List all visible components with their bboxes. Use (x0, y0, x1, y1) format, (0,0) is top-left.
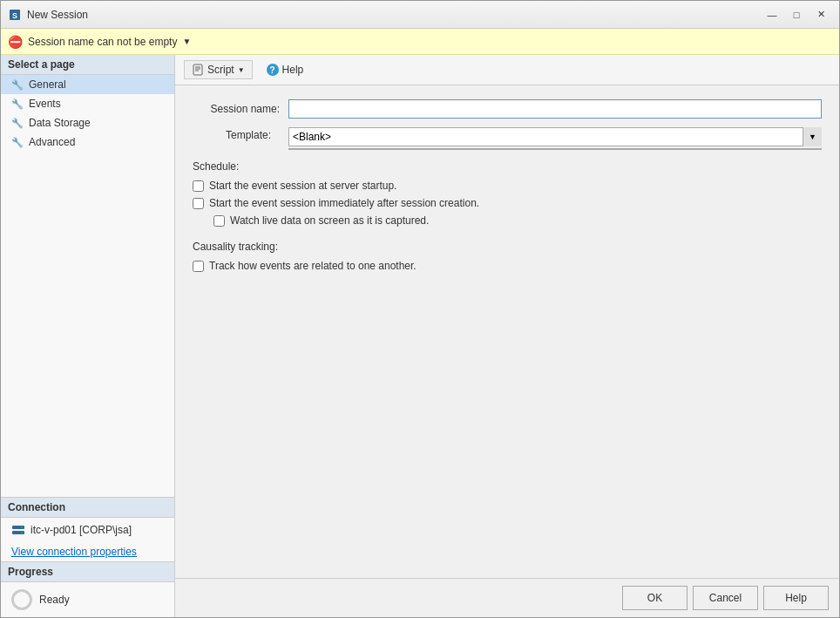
error-bar: ⛔ Session name can not be empty ▼ (1, 29, 839, 55)
window-controls: — □ ✕ (761, 6, 832, 24)
nav-arrow-general: 🔧 (11, 79, 24, 91)
checkbox-causality-row: Track how events are related to one anot… (193, 260, 822, 272)
svg-rect-6 (193, 65, 202, 75)
close-button[interactable]: ✕ (810, 6, 832, 24)
ok-button[interactable]: OK (622, 586, 688, 610)
connection-server-item: itc-v-pd01 [CORP\jsa] (1, 518, 174, 542)
startup-checkbox-label: Start the event session at server startu… (209, 180, 396, 192)
maximize-button[interactable]: □ (785, 6, 808, 24)
select-page-section: Select a page (1, 55, 174, 75)
checkbox-startup-row: Start the event session at server startu… (193, 180, 822, 192)
help-toolbar-label: Help (282, 64, 304, 76)
view-connection-properties-link[interactable]: View connection properties (1, 542, 174, 561)
progress-header: Progress (1, 561, 174, 582)
progress-status: Ready (39, 594, 70, 606)
connection-server-name: itc-v-pd01 [CORP\jsa] (30, 524, 132, 536)
minimize-button[interactable]: — (761, 6, 783, 24)
immediate-checkbox-label: Start the event session immediately afte… (209, 197, 479, 209)
form-area: Session name: Template: <Blank> ▼ (175, 85, 839, 578)
sidebar-label-general: General (29, 78, 66, 91)
template-label-area: Template: (193, 127, 288, 141)
nav-arrow-advanced: 🔧 (11, 137, 24, 148)
help-toolbar-button[interactable]: ? Help (260, 61, 311, 78)
svg-point-4 (21, 526, 23, 528)
toolbar: Script ▼ ? Help (175, 55, 839, 85)
checkbox-immediate-row: Start the event session immediately afte… (193, 197, 822, 209)
session-name-label: Session name: (193, 103, 288, 115)
nav-arrow-events: 🔧 (11, 98, 24, 110)
cancel-button[interactable]: Cancel (693, 586, 758, 610)
main-window: S New Session — □ ✕ ⛔ Session name can n… (0, 0, 840, 618)
template-content-area: ▲ ▼ (288, 148, 822, 150)
help-button[interactable]: Help (763, 586, 829, 610)
checkbox-watch-row: Watch live data on screen as it is captu… (213, 214, 822, 227)
title-bar: S New Session — □ ✕ (1, 1, 839, 29)
connection-section: Connection itc-v-pd01 [CORP\jsa] View co… (1, 497, 174, 617)
template-scroll-up-button[interactable]: ▲ (808, 149, 822, 150)
template-scroll-down-button[interactable]: ▼ (808, 148, 822, 149)
template-label: Template: (193, 129, 280, 141)
template-row: Template: <Blank> ▼ ▲ (193, 127, 822, 150)
schedule-section: Schedule: Start the event session at ser… (193, 160, 822, 227)
sidebar-label-events: Events (29, 98, 61, 110)
watch-checkbox-label: Watch live data on screen as it is captu… (230, 214, 429, 227)
template-select[interactable]: <Blank> (288, 127, 822, 146)
causality-label: Causality tracking: (193, 241, 822, 253)
progress-item: Ready (1, 582, 174, 617)
template-select-wrapper: <Blank> ▼ ▲ ▼ (288, 127, 822, 150)
immediate-checkbox[interactable] (193, 198, 204, 209)
bottom-bar: OK Cancel Help (175, 578, 839, 617)
causality-checkbox-label: Track how events are related to one anot… (209, 260, 417, 272)
svg-text:S: S (12, 11, 17, 20)
svg-point-5 (21, 532, 23, 533)
script-button[interactable]: Script ▼ (184, 60, 253, 79)
script-label: Script (207, 64, 234, 76)
sidebar-label-data-storage: Data Storage (29, 117, 91, 129)
causality-section: Causality tracking: Track how events are… (193, 241, 822, 272)
help-icon: ? (267, 64, 279, 76)
nav-arrow-data-storage: 🔧 (11, 118, 24, 129)
script-arrow: ▼ (238, 66, 245, 74)
progress-spinner (11, 589, 32, 610)
error-dropdown-arrow[interactable]: ▼ (182, 37, 191, 46)
watch-checkbox[interactable] (213, 215, 225, 227)
sidebar: Select a page 🔧 General 🔧 Events 🔧 Data … (1, 55, 175, 617)
window-title: New Session (27, 9, 761, 21)
script-icon (192, 64, 204, 76)
error-icon: ⛔ (8, 35, 23, 49)
sidebar-item-general[interactable]: 🔧 General (1, 75, 174, 94)
error-message: Session name can not be empty (28, 36, 177, 48)
server-icon (11, 523, 25, 537)
sidebar-item-advanced[interactable]: 🔧 Advanced (1, 132, 174, 152)
connection-header: Connection (1, 497, 174, 518)
window-icon: S (8, 8, 22, 22)
sidebar-label-advanced: Advanced (29, 136, 75, 148)
startup-checkbox[interactable] (193, 180, 204, 192)
causality-checkbox[interactable] (193, 261, 204, 272)
sidebar-item-events[interactable]: 🔧 Events (1, 94, 174, 113)
session-name-input[interactable] (288, 99, 822, 119)
schedule-label: Schedule: (193, 160, 822, 173)
template-select-container: <Blank> ▼ (288, 127, 822, 146)
session-name-row: Session name: (193, 99, 822, 119)
sidebar-item-data-storage[interactable]: 🔧 Data Storage (1, 113, 174, 132)
right-panel: Script ▼ ? Help Session name: T (175, 55, 839, 617)
main-content: Select a page 🔧 General 🔧 Events 🔧 Data … (1, 55, 839, 617)
